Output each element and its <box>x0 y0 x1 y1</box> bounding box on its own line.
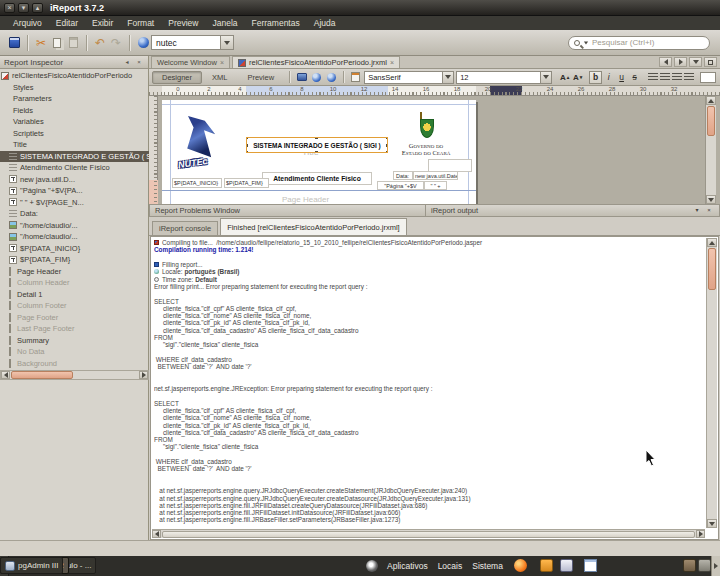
text-style-button[interactable]: b <box>589 71 602 84</box>
text-style-button[interactable]: s <box>628 71 641 84</box>
view-button[interactable]: XML <box>202 71 237 84</box>
selection-handle[interactable] <box>246 137 248 139</box>
ireport-output-header[interactable]: iReport output ▾× <box>426 204 720 217</box>
distro-logo-icon[interactable] <box>366 560 378 572</box>
design-canvas[interactable]: Title Page Header NUTEc SISTEMA INTEGRAD… <box>149 96 720 204</box>
panel-button[interactable]: ◂ <box>122 58 132 67</box>
tree-item[interactable]: Scriptlets <box>0 128 149 140</box>
text-editor-icon[interactable] <box>584 559 597 572</box>
gnome-menu-item[interactable]: Sistema <box>472 561 503 571</box>
tree-horizontal-scrollbar[interactable] <box>0 370 149 380</box>
console-horizontal-scrollbar[interactable] <box>152 529 705 538</box>
scroll-right-icon[interactable] <box>696 530 705 538</box>
view-button[interactable]: Preview <box>237 71 284 84</box>
tree-item[interactable]: SISTEMA INTEGRADO E GESTÃO ( SIGI ) <box>0 151 149 163</box>
tree-item[interactable]: Styles <box>0 82 149 94</box>
datasource-selector[interactable]: nutec <box>151 35 221 50</box>
selection-handle[interactable] <box>315 151 318 153</box>
notes-icon[interactable] <box>540 559 553 572</box>
align-right-icon[interactable] <box>672 73 682 82</box>
search-box[interactable] <box>568 36 710 50</box>
scroll-left-icon[interactable] <box>152 530 161 538</box>
menu-item[interactable]: Arquivo <box>6 16 49 30</box>
tree-item[interactable]: "/home/claudio/... <box>0 220 149 232</box>
tree-item[interactable]: Variables <box>0 116 149 128</box>
tree-item[interactable]: Fields <box>0 105 149 117</box>
tree-item[interactable]: $P{DATA_FIM} <box>0 254 149 266</box>
page-format-icon[interactable] <box>349 71 362 83</box>
datasource-icon[interactable] <box>135 35 151 51</box>
gnome-menu-item[interactable]: Locais <box>438 561 463 571</box>
save-icon[interactable] <box>6 35 22 51</box>
tree-item[interactable]: Summary <box>0 335 149 347</box>
tree-item[interactable]: Last Page Footer <box>0 323 149 335</box>
pagina-expression2-element[interactable]: " " + <box>424 181 447 190</box>
data-inicio-element[interactable]: $P{DATA_INICIO} <box>172 178 222 188</box>
console-tab[interactable]: Finished [relClientesFisicoAtentidoPorPe… <box>220 218 407 235</box>
tree-item[interactable]: Parameters <box>0 93 149 105</box>
menu-item[interactable]: Exibir <box>85 16 120 30</box>
panel-button[interactable]: ▾ <box>692 206 702 215</box>
postgresql-icon[interactable] <box>560 559 573 572</box>
panel-button[interactable]: × <box>704 206 714 215</box>
nutec-logo-image[interactable]: NUTEc <box>176 112 224 174</box>
data-label-element[interactable]: Data: <box>393 171 413 180</box>
datasource-selector-dropdown[interactable] <box>221 35 234 50</box>
tree-item[interactable]: Detail 1 <box>0 289 149 301</box>
maximize-editor-icon[interactable] <box>704 57 717 67</box>
cut-icon[interactable]: ✂ <box>33 35 49 51</box>
scroll-up-icon[interactable] <box>707 238 717 247</box>
panel-button[interactable]: × <box>134 58 144 67</box>
search-input[interactable] <box>592 38 704 47</box>
selection-handle[interactable] <box>246 151 248 153</box>
close-icon[interactable]: × <box>220 59 224 66</box>
scroll-tabs-right-icon[interactable] <box>674 57 687 67</box>
selection-handle[interactable] <box>386 137 388 139</box>
window-control-button[interactable]: ▾ <box>18 3 29 13</box>
redo-icon[interactable]: ↷ <box>108 35 124 51</box>
pagina-expression-element[interactable]: "Página "+$V <box>377 181 424 190</box>
close-icon[interactable]: × <box>390 59 394 66</box>
text-style-button[interactable]: u <box>615 71 628 84</box>
scroll-right-icon[interactable] <box>139 371 148 379</box>
tree-item[interactable]: Page Footer <box>0 312 149 324</box>
tree-item[interactable]: Title <box>0 139 149 151</box>
window-control-button[interactable]: ▴ <box>32 3 43 13</box>
firefox-icon[interactable] <box>514 559 527 572</box>
menu-item[interactable]: Preview <box>161 16 205 30</box>
scroll-down-icon[interactable] <box>707 519 717 528</box>
console-tab[interactable]: iReport console <box>152 221 218 235</box>
scroll-up-icon[interactable] <box>706 96 716 105</box>
scrollbar-thumb[interactable] <box>707 106 715 136</box>
undo-icon[interactable]: ↶ <box>92 35 108 51</box>
menu-item[interactable]: Ajuda <box>307 16 343 30</box>
canvas-vertical-scrollbar[interactable] <box>705 96 716 204</box>
zoom-in-icon[interactable] <box>310 71 323 83</box>
font-family-selector[interactable]: SansSerif <box>364 71 454 84</box>
menu-item[interactable]: Format <box>120 16 161 30</box>
menu-item[interactable]: Ferramentas <box>245 16 307 30</box>
tab-list-icon[interactable] <box>689 57 702 67</box>
document-tab[interactable]: Welcome Window × <box>151 56 230 68</box>
tree-item[interactable]: " " + $V{PAGE_N... <box>0 197 149 209</box>
tree-item[interactable]: "/home/claudio/... <box>0 231 149 243</box>
tree-item[interactable]: $P{DATA_INICIO} <box>0 243 149 255</box>
date-expression-element[interactable]: new java.util.Date() <box>413 171 458 180</box>
menu-item[interactable]: Janela <box>205 16 244 30</box>
paste-icon[interactable] <box>65 35 81 51</box>
tree-item[interactable]: Page Header <box>0 266 149 278</box>
console-panel[interactable]: Compiling to file... /home/claudio/felli… <box>150 236 719 540</box>
scroll-tabs-left-icon[interactable] <box>659 57 672 67</box>
tree-item[interactable]: "Página "+$V{PA... <box>0 185 149 197</box>
selection-handle[interactable] <box>386 144 388 147</box>
selection-handle[interactable] <box>386 151 388 153</box>
view-button[interactable]: Designer <box>152 71 202 84</box>
governo-text-element[interactable]: Governo do Estado do Ceará <box>392 140 460 158</box>
task-button[interactable]: pgAdmin III <box>0 557 63 574</box>
window-control-button[interactable]: × <box>4 3 15 13</box>
tree-item[interactable]: Data: <box>0 208 149 220</box>
selection-handle[interactable] <box>315 137 318 139</box>
taskbar-scroll-right-icon[interactable] <box>711 556 720 576</box>
tree-item[interactable]: relClientesFisicoAtentidoPorPeriodo <box>0 70 149 82</box>
tree-item[interactable]: Background <box>0 358 149 370</box>
